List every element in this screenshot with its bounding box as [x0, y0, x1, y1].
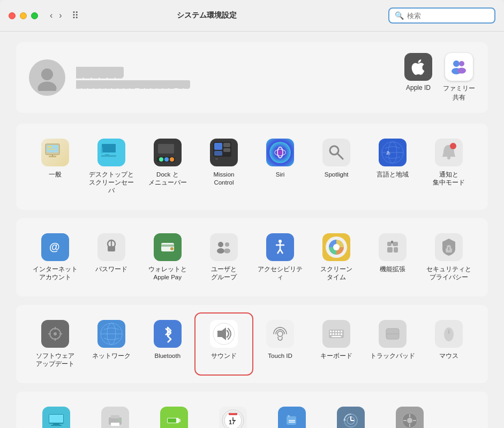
avatar[interactable]	[29, 59, 65, 96]
svg-point-122	[118, 419, 121, 421]
svg-rect-102	[335, 333, 337, 335]
search-input[interactable]	[407, 12, 489, 20]
users-icon	[210, 233, 238, 261]
grid-item-network[interactable]: ネットワーク	[83, 314, 139, 374]
network-label: ネットワーク	[92, 352, 131, 360]
grid-item-accessibility[interactable]: アクセシビリティ	[252, 227, 309, 288]
grid-item-users[interactable]: ユーザとグループ	[195, 227, 252, 288]
grid-item-sharing[interactable]: 共有	[262, 400, 321, 428]
grid-item-language[interactable]: あ 言語と地域	[365, 132, 421, 201]
apple-id-icon	[404, 53, 432, 81]
svg-rect-135	[288, 415, 290, 417]
extensions-icon	[379, 233, 407, 261]
content-area: ██████ ██████████ ██████ ██ Apple ID	[0, 32, 504, 428]
svg-point-20	[159, 157, 163, 162]
svg-rect-101	[333, 333, 334, 335]
dock-icon	[154, 139, 182, 166]
svg-point-0	[41, 68, 53, 80]
extensions-label: 機能拡張	[380, 265, 405, 273]
svg-point-56	[217, 248, 224, 254]
svg-rect-120	[111, 415, 119, 418]
svg-rect-125	[179, 419, 180, 422]
svg-point-53	[170, 247, 174, 250]
grid-item-startup[interactable]: 起動ディスク	[380, 400, 439, 428]
screen-time-icon	[322, 233, 350, 261]
svg-point-67	[382, 236, 403, 258]
general-label: 一般	[49, 171, 62, 179]
svg-point-54	[213, 236, 235, 258]
grid-row-2: @ インターネットアカウント パスワード	[27, 227, 477, 288]
bluetooth-label: Bluetooth	[155, 352, 181, 360]
svg-point-110	[444, 327, 454, 341]
sharing-icon	[278, 407, 306, 428]
search-icon: 🔍	[395, 11, 404, 20]
svg-rect-105	[332, 336, 341, 337]
grid-item-battery[interactable]: バッテリー	[145, 400, 204, 428]
apple-id-button[interactable]: Apple ID	[404, 53, 432, 102]
grid-section-1: 一般 デスクトップとスクリーンセーバ	[16, 124, 488, 210]
grid-item-siri[interactable]: Siri	[252, 132, 309, 201]
svg-rect-126	[168, 418, 176, 423]
window-title: システム環境設定	[31, 11, 383, 20]
grid-item-screen-time[interactable]: スクリーンタイム	[309, 227, 365, 288]
accessibility-label: アクセシビリティ	[257, 265, 304, 281]
notification-icon	[435, 139, 463, 166]
grid-item-spotlight[interactable]: Spotlight	[309, 132, 365, 201]
grid-item-security[interactable]: セキュリティとプライバシー	[421, 227, 477, 288]
software-label: ソフトウェアアップデート	[36, 352, 74, 368]
svg-point-22	[170, 157, 174, 162]
password-icon	[97, 233, 125, 261]
svg-rect-98	[338, 331, 340, 332]
mission-icon	[210, 139, 238, 166]
grid-item-internet[interactable]: @ インターネットアカウント	[27, 227, 83, 288]
grid-item-trackpad[interactable]: トラックパッド	[365, 314, 421, 374]
svg-point-55	[218, 242, 223, 247]
grid-item-notification[interactable]: 通知と集中モード	[421, 132, 477, 201]
svg-point-144	[407, 418, 412, 423]
svg-point-33	[326, 142, 347, 163]
grid-item-extensions[interactable]: 機能拡張	[365, 227, 421, 288]
password-label: パスワード	[95, 265, 127, 273]
display-icon	[42, 407, 70, 428]
minimize-button[interactable]	[20, 12, 27, 19]
printer-icon	[101, 407, 129, 428]
svg-point-60	[279, 240, 282, 243]
grid-item-mission[interactable]: MissionControl	[195, 132, 252, 201]
grid-item-time-machine[interactable]: TimeMachine	[321, 400, 380, 428]
family-sharing-button[interactable]: ファミリー共有	[443, 53, 475, 102]
grid-item-password[interactable]: パスワード	[83, 227, 139, 288]
grid-item-bluetooth[interactable]: Bluetooth	[139, 314, 195, 374]
search-box[interactable]: 🔍	[388, 7, 495, 24]
svg-point-79	[54, 332, 57, 335]
grid-row-1: 一般 デスクトップとスクリーンセーバ	[27, 132, 477, 201]
svg-rect-9	[48, 149, 55, 150]
screen-time-label: スクリーンタイム	[320, 265, 352, 281]
svg-point-21	[164, 157, 169, 162]
grid-item-desktop[interactable]: デスクトップとスクリーンセーバ	[83, 132, 139, 201]
svg-point-91	[269, 323, 291, 345]
svg-point-1	[38, 82, 57, 91]
svg-rect-27	[214, 151, 222, 156]
svg-text:あ: あ	[386, 150, 390, 155]
close-button[interactable]	[9, 12, 16, 19]
grid-item-sound[interactable]: サウンド	[195, 314, 252, 374]
grid-item-touch-id[interactable]: Touch ID	[252, 314, 309, 374]
grid-item-printer[interactable]: プリンタとスキャナ	[86, 400, 145, 428]
apple-id-label: Apple ID	[406, 84, 431, 91]
grid-item-dock[interactable]: Dock とメニューバー	[139, 132, 195, 201]
svg-rect-52	[161, 244, 174, 247]
desktop-icon	[97, 139, 125, 166]
grid-item-wallet[interactable]: ウォレットとApple Pay	[139, 227, 195, 288]
grid-item-mouse[interactable]: マウス	[421, 314, 477, 374]
svg-rect-100	[330, 333, 332, 335]
grid-item-datetime[interactable]: 17 日付と時刻	[204, 400, 262, 428]
accessibility-icon	[266, 233, 294, 261]
security-icon	[435, 233, 463, 261]
grid-item-keyboard[interactable]: キーボード	[309, 314, 365, 374]
svg-point-43	[450, 143, 456, 149]
grid-item-software[interactable]: ソフトウェアアップデート	[27, 314, 83, 374]
grid-row-3: ソフトウェアアップデート ネットワーク	[27, 314, 477, 374]
svg-point-2	[453, 60, 460, 67]
grid-item-general[interactable]: 一般	[27, 132, 83, 201]
grid-item-display[interactable]: ディスプレイ	[27, 400, 86, 428]
